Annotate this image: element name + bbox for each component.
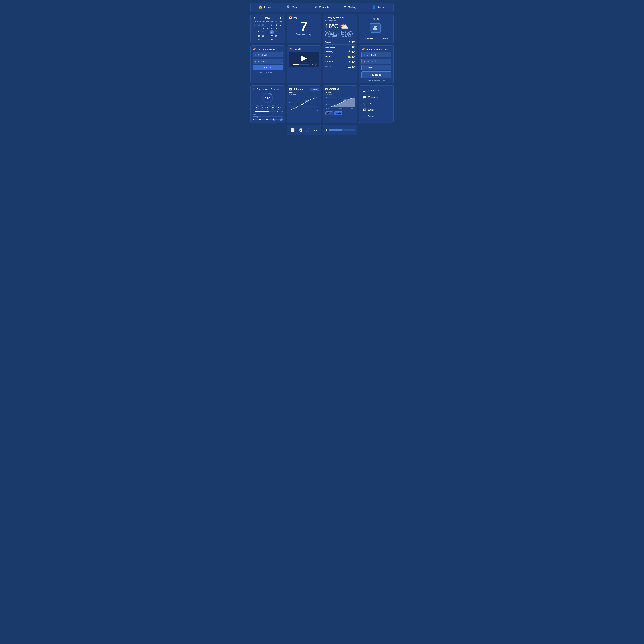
cal-cell[interactable]: 13	[261, 30, 265, 34]
signin-button[interactable]: Sign In	[361, 71, 392, 78]
step-dot-2[interactable]	[259, 119, 261, 120]
cal-cell[interactable]: 30	[266, 23, 270, 27]
play-button-sm[interactable]: ▶	[265, 105, 270, 110]
cal-cell[interactable]: 28	[266, 38, 270, 41]
search-icon-2[interactable]: 🔍	[377, 18, 380, 21]
cal-cell[interactable]: 24	[278, 35, 283, 38]
cal-cell[interactable]: 25	[253, 38, 257, 41]
volume-icon[interactable]: 🔊	[315, 63, 317, 66]
nav-settings[interactable]: ⚙ Settings	[336, 3, 365, 12]
lock-icon: 🔒	[254, 60, 257, 63]
doc-icon[interactable]: 📄	[290, 127, 296, 133]
cal-cell[interactable]: 29	[270, 38, 274, 41]
step-dot-1[interactable]	[253, 119, 254, 120]
cal-cell[interactable]: 7	[266, 27, 270, 30]
step-dot-5[interactable]: 5	[272, 118, 275, 121]
month-button[interactable]: Month	[334, 111, 342, 115]
cal-cell[interactable]: 31	[278, 38, 283, 41]
call-icon: 📞	[362, 102, 366, 105]
volume-slider[interactable]	[253, 116, 283, 118]
register-password-field[interactable]: 🔒 Password	[361, 59, 392, 64]
svg-text:10: 10	[325, 104, 327, 105]
play-icon-sm[interactable]: ▶	[253, 111, 254, 113]
cal-cell[interactable]: 30	[274, 38, 278, 41]
messages-icon: 💬	[362, 95, 366, 99]
cal-cell[interactable]: 4	[253, 27, 257, 30]
cal-cell[interactable]: 27	[253, 23, 257, 27]
cal-cell[interactable]: 12	[257, 30, 261, 34]
login-password-field[interactable]: 🔒 Password	[253, 59, 283, 64]
cal-cell[interactable]: 23	[274, 35, 278, 38]
svg-text:149: 149	[305, 101, 307, 102]
forgot-password-link[interactable]: Forgot you password?	[253, 72, 283, 73]
login-button[interactable]: Log In	[253, 65, 283, 70]
music-progress[interactable]	[255, 111, 276, 112]
menu-item-share[interactable]: ↗ Share	[361, 113, 392, 119]
menu-item-menu[interactable]: ☰ Menu Items	[361, 88, 392, 94]
next-button[interactable]: ⏭	[276, 105, 281, 110]
cal-cell[interactable]: 10	[278, 27, 283, 30]
cal-cell[interactable]: 16	[274, 30, 278, 34]
cal-cell[interactable]: 14	[266, 30, 270, 34]
nav-home[interactable]: 🏠 Home	[251, 3, 279, 12]
nav-account[interactable]: 👤 Account	[365, 3, 393, 12]
cal-cell[interactable]: 18	[253, 35, 257, 38]
stats-dropdown[interactable]: ▼ Week	[310, 88, 319, 91]
calendar-prev[interactable]: ◀	[253, 16, 256, 19]
slider-thumb[interactable]	[257, 116, 258, 118]
step-dot-6[interactable]: 6	[280, 118, 283, 121]
step-dot-3[interactable]	[266, 119, 268, 120]
already-account-link[interactable]: Already have an account?	[361, 80, 392, 81]
pause-button[interactable]: ⏸	[260, 105, 264, 110]
cal-cell[interactable]: 6	[261, 27, 265, 30]
calendar-next[interactable]: ▶	[279, 16, 283, 19]
cal-cell[interactable]: 20	[261, 35, 265, 38]
stop-button[interactable]: ⏹	[271, 105, 275, 110]
forecast-icon: 🌦	[348, 50, 351, 53]
cal-cell[interactable]: 2	[274, 23, 278, 27]
week-button[interactable]: Week	[325, 111, 333, 115]
forecast-icon: ☀	[348, 60, 351, 63]
nav-contacts[interactable]: ✉ Contacts	[308, 3, 336, 12]
cal-cell[interactable]: 5	[257, 27, 261, 30]
menu-item-call[interactable]: 📞 Call	[361, 100, 392, 107]
login-username-field[interactable]: 👤 Username	[253, 52, 283, 57]
settings-cog-icon[interactable]: ⚙	[313, 127, 318, 133]
play-button[interactable]: ▶	[290, 54, 318, 62]
register-email-field[interactable]: ✉ E-mail	[361, 65, 392, 70]
video-header: 🎬 Your video	[289, 48, 319, 51]
upload-icon[interactable]: ⬆	[325, 128, 328, 132]
cal-cell[interactable]: 22	[270, 35, 274, 38]
nav-contacts-label: Contacts	[319, 6, 329, 9]
search-icon-1[interactable]: 🔍	[373, 18, 376, 21]
image-icon[interactable]: 🖼	[298, 127, 303, 133]
pause-icon[interactable]: ⏸	[290, 63, 292, 66]
cal-cell[interactable]: 27	[261, 38, 265, 41]
cal-cell[interactable]: 17	[278, 30, 283, 34]
menu-item-messages[interactable]: 💬 Messages	[361, 94, 392, 100]
bigdate-month: May	[293, 16, 297, 19]
cal-cell[interactable]: 28	[257, 23, 261, 27]
nav-search[interactable]: 🔍 Search	[279, 3, 308, 12]
register-username-field[interactable]: 👤 Username	[361, 52, 392, 57]
volume-sm-icon[interactable]: 🔊	[280, 111, 283, 113]
prev-button[interactable]: ⏮	[255, 105, 259, 110]
cal-cell[interactable]: 21	[266, 35, 270, 38]
cal-cell[interactable]: 8	[270, 27, 274, 30]
menu-item-gallery[interactable]: 🖼 Gallery	[361, 107, 392, 113]
cal-cell[interactable]: 1	[270, 23, 274, 27]
gallery-action[interactable]: 🖼 Gallery	[365, 37, 373, 39]
cal-cell[interactable]: 19	[257, 35, 261, 38]
music-note-icon[interactable]: 🎵	[305, 127, 311, 133]
cal-cell[interactable]: 9	[274, 27, 278, 30]
svg-text:12 may: 12 may	[290, 110, 293, 111]
cal-cell[interactable]: 26	[257, 38, 261, 41]
cal-cell[interactable]: 29	[261, 23, 265, 27]
video-progress-bar[interactable]	[293, 64, 309, 65]
cal-day-thu: THU	[270, 21, 274, 23]
settings-action[interactable]: ⚙ Settings	[380, 37, 388, 39]
cal-today[interactable]: 15	[270, 30, 274, 34]
cal-cell[interactable]: 3	[278, 23, 283, 27]
cal-cell[interactable]: 11	[253, 30, 257, 34]
register-key-icon: 🔑	[361, 48, 365, 51]
